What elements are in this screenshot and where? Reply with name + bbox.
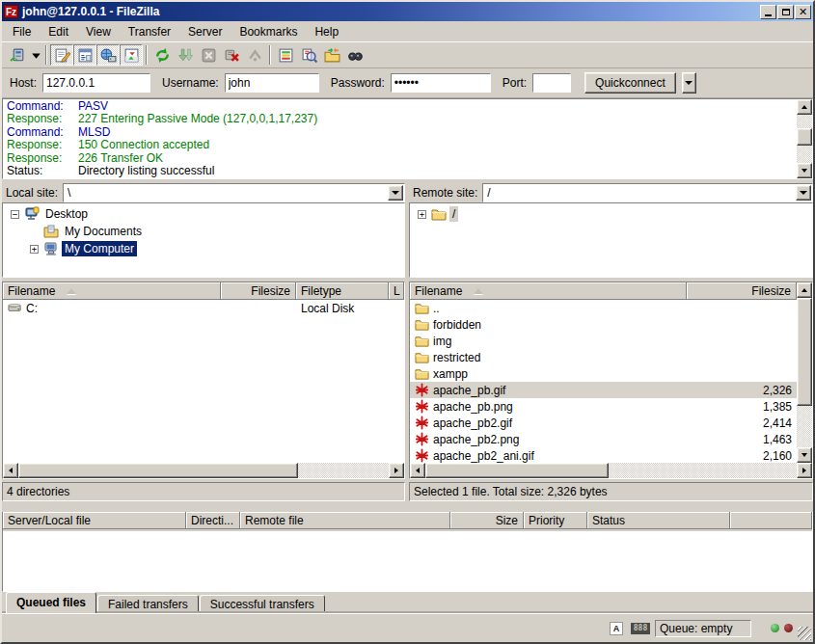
disconnect-button[interactable] xyxy=(220,44,243,66)
remote-file-row[interactable]: apache_pb.gif2,326 xyxy=(410,382,797,398)
chevron-down-icon xyxy=(392,191,399,195)
remote-file-row[interactable]: apache_pb2_ani.gif2,160 xyxy=(410,447,797,463)
file-name: apache_pb2_ani.gif xyxy=(433,449,534,463)
scroll-left-button[interactable] xyxy=(410,463,425,478)
toggle-local-tree-button[interactable] xyxy=(73,44,96,66)
quickconnect-button[interactable]: Quickconnect xyxy=(584,72,676,94)
scroll-right-button[interactable] xyxy=(797,463,812,478)
scroll-thumb[interactable] xyxy=(797,298,812,406)
local-tree-item-my-documents[interactable]: My Documents xyxy=(3,223,404,240)
resize-grip[interactable] xyxy=(798,627,811,640)
remote-file-row[interactable]: img xyxy=(410,333,797,349)
synchronized-browsing-button[interactable] xyxy=(320,44,343,66)
username-input[interactable] xyxy=(225,73,319,93)
menu-view[interactable]: View xyxy=(77,23,120,40)
menu-help[interactable]: Help xyxy=(306,23,347,40)
port-input[interactable] xyxy=(532,73,571,93)
refresh-button[interactable] xyxy=(150,44,174,66)
local-site-combo[interactable]: \ xyxy=(63,183,405,202)
scroll-right-button[interactable] xyxy=(389,463,404,478)
scroll-down-button[interactable] xyxy=(797,163,812,178)
local-site-dropdown[interactable] xyxy=(388,185,403,201)
remote-file-row[interactable]: apache_pb2.gif2,414 xyxy=(410,415,797,431)
local-list-rows: C:Local Disk xyxy=(3,300,404,463)
scroll-thumb[interactable] xyxy=(797,128,812,146)
message-log: Command:PASVResponse:227 Entering Passiv… xyxy=(2,98,813,179)
local-column-l[interactable]: L xyxy=(389,282,404,300)
site-manager-dropdown[interactable] xyxy=(29,44,42,66)
site-manager-button[interactable] xyxy=(6,44,29,66)
reconnect-button[interactable] xyxy=(243,44,266,66)
remote-site-dropdown[interactable] xyxy=(796,185,811,201)
remote-tree-item--[interactable]: +/ xyxy=(410,205,812,223)
tab-successful-transfers[interactable]: Successful transfers xyxy=(200,595,325,613)
tab-label: Queued files xyxy=(16,596,86,609)
local-horizontal-scrollbar[interactable] xyxy=(3,463,404,478)
scroll-down-button[interactable] xyxy=(797,447,812,463)
log-vertical-scrollbar[interactable] xyxy=(797,99,812,178)
scroll-thumb[interactable] xyxy=(18,463,298,478)
close-button[interactable]: ✕ xyxy=(795,5,811,19)
toggle-queue-button[interactable] xyxy=(120,44,143,66)
queue-column-remote-file[interactable]: Remote file xyxy=(240,512,450,529)
tab-failed-transfers[interactable]: Failed transfers xyxy=(97,595,199,613)
queue-column-priority[interactable]: Priority xyxy=(524,512,587,529)
tree-item-label: My Computer xyxy=(62,241,137,256)
maximize-button[interactable] xyxy=(777,5,794,19)
remote-file-row[interactable]: apache_pb2.png1,463 xyxy=(410,431,797,447)
menu-file[interactable]: File xyxy=(4,23,40,40)
folder-icon xyxy=(415,350,429,364)
local-column-filename[interactable]: Filename xyxy=(3,282,221,300)
minimize-button[interactable] xyxy=(760,5,776,19)
remote-file-row[interactable]: apache_pb.png1,385 xyxy=(410,398,797,415)
remote-file-row[interactable]: xampp xyxy=(410,365,797,382)
queue-column-server-local-file[interactable]: Server/Local file xyxy=(3,512,186,529)
directory-comparison-button[interactable] xyxy=(297,44,320,66)
port-label: Port: xyxy=(503,76,527,90)
menu-edit[interactable]: Edit xyxy=(40,23,77,40)
expand-icon[interactable]: + xyxy=(30,245,39,254)
local-column-filetype[interactable]: Filetype xyxy=(296,282,389,300)
file-size xyxy=(687,316,797,333)
toggle-message-log-button[interactable] xyxy=(50,44,73,66)
remote-file-row[interactable]: restricted xyxy=(410,349,797,365)
menu-transfer[interactable]: Transfer xyxy=(120,23,179,40)
find-files-button[interactable] xyxy=(343,44,367,66)
remote-file-row[interactable]: .. xyxy=(410,300,797,316)
queue-column-directi-[interactable]: Directi... xyxy=(186,512,240,529)
scroll-thumb[interactable] xyxy=(425,463,609,478)
collapse-icon[interactable]: − xyxy=(11,210,19,219)
log-entry: Response:150 Connection accepted xyxy=(7,139,797,151)
scroll-up-button[interactable] xyxy=(797,99,812,115)
process-queue-icon xyxy=(177,47,194,64)
local-tree-item-desktop[interactable]: −Desktop xyxy=(3,205,404,223)
menu-server[interactable]: Server xyxy=(179,23,231,40)
scroll-up-button[interactable] xyxy=(797,282,812,298)
remote-column-filesize[interactable]: Filesize xyxy=(687,282,797,300)
transfer-type-icon[interactable]: A xyxy=(607,621,626,636)
process-queue-button[interactable] xyxy=(174,44,197,66)
password-input[interactable] xyxy=(391,73,491,93)
local-column-filesize[interactable]: Filesize xyxy=(221,282,296,300)
tab-queued-files[interactable]: Queued files xyxy=(6,592,96,613)
remote-site-combo[interactable]: / xyxy=(482,183,813,202)
menu-bookmarks[interactable]: Bookmarks xyxy=(231,23,306,40)
queue-column-status[interactable]: Status xyxy=(587,512,730,529)
toggle-remote-tree-button[interactable] xyxy=(96,44,120,66)
cancel-button[interactable] xyxy=(197,44,220,66)
local-file-row[interactable]: C:Local Disk xyxy=(3,300,404,316)
scroll-left-button[interactable] xyxy=(3,463,18,478)
remote-file-row[interactable]: forbidden xyxy=(410,316,797,333)
speed-limit-icon[interactable]: 888 xyxy=(631,621,650,636)
host-input[interactable] xyxy=(42,73,150,93)
quickconnect-dropdown[interactable] xyxy=(682,72,696,94)
expand-icon[interactable]: + xyxy=(418,210,426,219)
remote-horizontal-scrollbar[interactable] xyxy=(410,463,812,478)
queue-column-size[interactable]: Size xyxy=(450,512,524,529)
remote-list-header: FilenameFilesize xyxy=(410,282,797,300)
remote-vertical-scrollbar[interactable] xyxy=(797,282,812,463)
filter-button[interactable] xyxy=(274,44,297,66)
local-tree-item-my-computer[interactable]: +My Computer xyxy=(3,240,404,257)
remote-column-filename[interactable]: Filename xyxy=(410,282,687,300)
log-entry-type: Response: xyxy=(7,139,78,151)
